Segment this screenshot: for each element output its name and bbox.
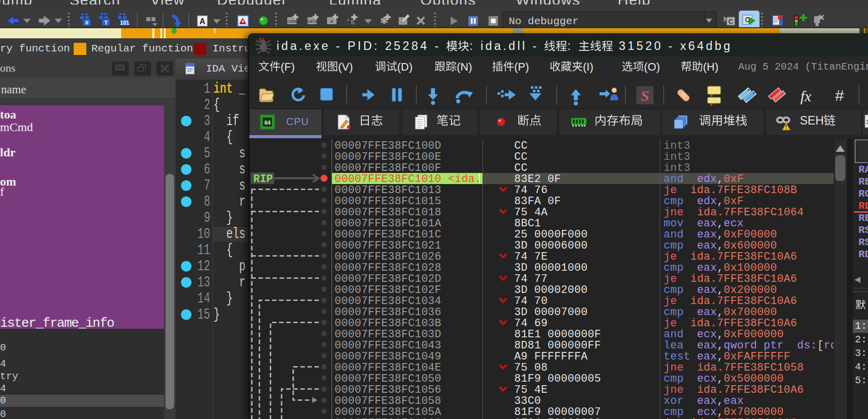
svg-text:No debugger: No debugger	[509, 16, 579, 27]
svg-text:64: 64	[264, 119, 271, 126]
svg-text:T: T	[104, 20, 108, 26]
svg-text:A: A	[199, 17, 205, 26]
svg-text:#: #	[835, 87, 844, 106]
svg-text:#: #	[85, 20, 88, 26]
svg-text:A: A	[331, 19, 334, 24]
svg-text:101: 101	[120, 20, 129, 26]
svg-text:C: C	[728, 18, 733, 25]
svg-text:64: 64	[259, 37, 265, 43]
svg-text:!: !	[785, 125, 787, 130]
svg-text:fx: fx	[800, 88, 811, 104]
svg-text:S: S	[641, 87, 649, 104]
svg-text:RIP: RIP	[253, 173, 273, 185]
